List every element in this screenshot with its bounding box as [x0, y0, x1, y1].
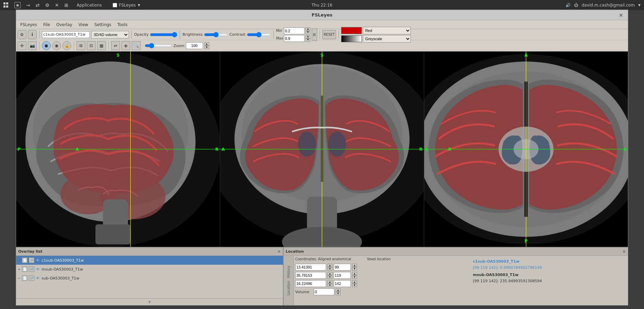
zoom-slider[interactable] [145, 43, 172, 48]
coord-input-2[interactable] [295, 280, 326, 287]
max-input[interactable] [284, 35, 305, 42]
coord-input-0[interactable] [295, 264, 326, 271]
voxel-input-1[interactable] [334, 272, 351, 279]
color-link-button[interactable]: ⛓ [312, 28, 317, 41]
coord-spin-down-2[interactable]: ▼ [327, 284, 332, 287]
location-panel-close[interactable]: ✕ [622, 249, 626, 254]
overlay-item-1[interactable]: + 📄 🔗 👁 msub-OAS30003_T1w [16, 265, 283, 274]
coord-spin-down-0[interactable]: ▼ [327, 267, 332, 271]
mode-button-3[interactable]: 🔒 [62, 41, 71, 50]
coord-spin-down-1[interactable]: ▼ [327, 275, 332, 279]
window-close-button[interactable]: ✕ [618, 12, 624, 19]
overlay-link-icon-1[interactable]: 🔗 [29, 266, 34, 272]
overlay-eye-icon-1[interactable]: 👁 [36, 267, 40, 272]
mode-button-2[interactable]: ◉ [52, 41, 61, 50]
system-bar-left: ▣ → ⇄ ⚙ ✕ ⊞ Applications FSLeyes ▼ [3, 0, 143, 10]
min-spin-down[interactable]: ▼ [306, 31, 310, 34]
voxel-spin-down-1[interactable]: ▼ [352, 275, 357, 279]
voxel-spin-up-0[interactable]: ▲ [352, 264, 357, 267]
voxel-spin-down-0[interactable]: ▼ [352, 267, 357, 271]
power-icon[interactable]: ⏻ [574, 3, 578, 8]
grid-apps-icon[interactable] [3, 2, 9, 8]
colormap2-dropdown[interactable]: Greyscale [363, 35, 411, 43]
overlay-eye-icon-0[interactable]: 👁 [36, 258, 40, 263]
volume-spin-down[interactable]: ▼ [336, 292, 341, 295]
voxel-input-0[interactable] [334, 264, 351, 271]
coord-spin-up-2[interactable]: ▲ [327, 280, 332, 284]
flip-button[interactable]: ⇌ [111, 41, 120, 50]
voxel-spin-up-2[interactable]: ▲ [352, 280, 357, 284]
view-layout-1[interactable]: ⊞ [76, 41, 85, 50]
colormap1-dropdown[interactable]: Red [363, 27, 411, 34]
max-spin-up[interactable]: ▲ [306, 35, 310, 38]
opacity-slider[interactable] [150, 32, 177, 37]
back-icon[interactable]: → [26, 2, 30, 8]
brightness-slider[interactable] [204, 32, 228, 37]
menu-tools[interactable]: Tools [115, 22, 130, 28]
axial-panel[interactable]: A L R P L [424, 52, 628, 247]
overlay-item-0[interactable]: − 📄 🔗 👁 c1sub-OAS30003_T1w [16, 256, 283, 265]
mode-button-1[interactable]: ● [42, 41, 51, 50]
crosshair-tool-button[interactable]: ✛ [17, 41, 26, 50]
toolbar-row1: ⚙ i c1sub-OAS30003_T1w 3D/4D volume Opac… [16, 29, 628, 40]
overlay-item-2[interactable]: − 📄 🔗 👁 sub-OAS30003_T1w [16, 274, 283, 283]
coord-spin-up-1[interactable]: ▲ [327, 272, 332, 275]
overlay-file-icon-2[interactable]: 📄 [22, 275, 27, 281]
menu-fsleyes[interactable]: FSLeyes [17, 22, 40, 28]
forward-icon[interactable]: ⇄ [36, 2, 40, 8]
overlay-link-icon-2[interactable]: 🔗 [29, 275, 34, 281]
coord-input-1[interactable] [295, 272, 326, 279]
view-layout-2[interactable]: ⊟ [87, 41, 96, 50]
zoom-value-input[interactable] [186, 42, 203, 49]
menu-settings[interactable]: Settings [92, 22, 114, 28]
zoom-spin-up[interactable]: ▲ [204, 42, 209, 46]
overlay-list-panel: Overlay list ✕ − 📄 🔗 👁 c1sub-OAS30003_T1… [16, 248, 284, 305]
settings-gear-icon[interactable]: ⚙ [45, 2, 49, 8]
applications-button[interactable]: Applications [74, 0, 105, 10]
overlay-panel-close[interactable]: ✕ [277, 249, 281, 254]
overlay-file-icon-0[interactable]: 📄 [22, 258, 27, 263]
fsleyes-app-button[interactable]: FSLeyes ▼ [110, 0, 143, 10]
view-layout-3[interactable]: ▦ [97, 41, 106, 50]
coord-spin-up-0[interactable]: ▲ [327, 264, 332, 267]
volume-icon[interactable]: 🔊 [565, 3, 571, 8]
grid2-icon[interactable]: ⊞ [64, 2, 69, 8]
voxel-spin-2: ▲ ▼ [352, 280, 357, 287]
info-button[interactable]: i [28, 30, 37, 39]
overlay-eye-icon-2[interactable]: 👁 [36, 276, 40, 281]
voxel-spin-down-2[interactable]: ▼ [352, 284, 357, 287]
toolbar-sep8 [74, 42, 74, 50]
menu-overlay[interactable]: Overlay [53, 22, 75, 28]
plus-button[interactable]: + [121, 41, 130, 50]
user-account[interactable]: david.m.cash@gmail.com [582, 3, 635, 8]
overlay-link-icon-0[interactable]: 🔗 [29, 258, 34, 263]
min-input[interactable] [284, 27, 305, 34]
zoom-spin-down[interactable]: ▼ [204, 46, 209, 49]
volume-spin-up[interactable]: ▲ [336, 288, 341, 292]
min-spin-up[interactable]: ▲ [306, 27, 310, 31]
close-x-icon[interactable]: ✕ [55, 2, 59, 8]
menu-view[interactable]: View [76, 22, 91, 28]
screenshot-button[interactable]: 📷 [28, 41, 37, 50]
overlay-toggle-0[interactable]: − [17, 258, 21, 263]
max-spin-down[interactable]: ▼ [306, 38, 310, 42]
volume-input[interactable] [314, 288, 334, 295]
sagittal-panel[interactable]: S P A R [16, 52, 220, 247]
overlay-toggle-2[interactable]: − [17, 276, 21, 281]
voxel-spin-up-1[interactable]: ▲ [352, 272, 357, 275]
contrast-slider[interactable] [247, 32, 271, 37]
overlay-scroll-down-icon: ▼ [148, 300, 151, 304]
toolbar-sep3 [180, 31, 180, 39]
reset-button[interactable]: RESET [322, 30, 336, 39]
workspace-icon[interactable]: ▣ [14, 2, 21, 8]
magnify-button[interactable]: 🔍 [132, 41, 141, 50]
voxel-input-2[interactable] [334, 280, 351, 287]
overlay-file-icon-1[interactable]: 📄 [22, 266, 27, 272]
color-swatch-red[interactable] [341, 27, 362, 34]
settings-button[interactable]: ⚙ [17, 30, 26, 39]
volume-type-dropdown[interactable]: 3D/4D volume [91, 31, 129, 38]
menu-file[interactable]: File [40, 22, 53, 28]
overlay-toggle-1[interactable]: + [17, 267, 21, 272]
coronal-panel[interactable]: S A R [220, 52, 424, 247]
color-swatch-gray[interactable] [341, 35, 362, 42]
